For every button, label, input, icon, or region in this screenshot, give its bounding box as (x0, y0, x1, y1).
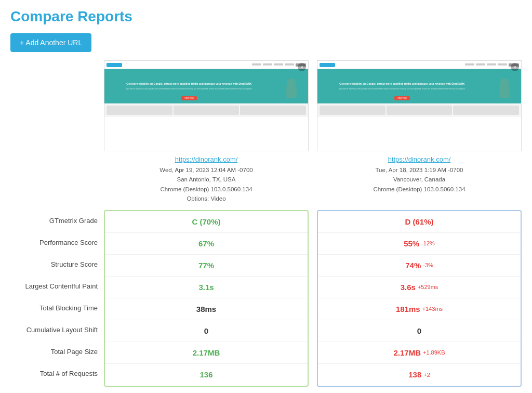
label-performance-score: Performance Score (10, 232, 104, 254)
primary-performance-score: 67% (105, 233, 308, 255)
report-screenshot-secondary: Get more visibility on Google, attract m… (317, 60, 522, 151)
primary-requests: 136 (105, 364, 308, 386)
secondary-grade: D (61%) (318, 211, 521, 233)
label-requests: Total # of Requests (10, 363, 104, 385)
primary-cls: 0 (105, 320, 308, 342)
report-browser-primary: Chrome (Desktop) 103.0.5060.134 (104, 185, 309, 194)
close-report-1-button[interactable]: × (298, 63, 306, 71)
label-cls: Cumulative Layout Shift (10, 319, 104, 341)
primary-grade: C (70%) (105, 211, 308, 233)
secondary-requests: 138+2 (318, 364, 521, 386)
secondary-tbt: 181ms+143ms (318, 298, 521, 320)
report-screenshot-primary: Get more visibility on Google, attract m… (104, 60, 309, 151)
metrics-values-area: C (70%) 67% 77% 3.1s 38ms 0 2.17MB 136 D… (104, 210, 522, 387)
label-structure-score: Structure Score (10, 254, 104, 276)
primary-page-size: 2.17MB (105, 342, 308, 364)
report-browser-secondary: Chrome (Desktop) 103.0.5060.134 (317, 185, 522, 194)
secondary-cls: 0 (318, 320, 521, 342)
report-date-primary: Wed, Apr 19, 2023 12:04 AM -0700 (104, 165, 309, 175)
primary-tbt: 38ms (105, 298, 308, 320)
secondary-page-size: 2.17MB+1.89KB (318, 342, 521, 364)
close-report-2-button[interactable]: × (511, 63, 519, 71)
report-options-primary: Options: Video (104, 194, 309, 203)
report-col-secondary: Get more visibility on Google, attract m… (317, 60, 522, 204)
report-location-secondary: Vancouver, Canada (317, 175, 522, 184)
report-date-secondary: Tue, Apr 18, 2023 1:19 AM -0700 (317, 165, 522, 175)
report-url-primary[interactable]: https://dinorank.com/ (104, 155, 309, 163)
page-title: Compare Reports (10, 8, 522, 25)
metrics-secondary-col: D (61%) 55%-12% 74%-3% 3.6s+529ms 181ms+… (317, 210, 522, 387)
report-url-secondary[interactable]: https://dinorank.com/ (317, 155, 522, 163)
metrics-labels-col: GTmetrix Grade Performance Score Structu… (10, 210, 104, 387)
metrics-primary-col: C (70%) 67% 77% 3.1s 38ms 0 2.17MB 136 (104, 210, 309, 387)
primary-structure-score: 77% (105, 255, 308, 277)
secondary-lcp: 3.6s+529ms (318, 277, 521, 298)
label-gtmetrix-grade: GTmetrix Grade (10, 210, 104, 232)
secondary-performance-score: 55%-12% (318, 233, 521, 255)
report-col-primary: Get more visibility on Google, attract m… (104, 60, 309, 204)
label-tbt: Total Blocking Time (10, 297, 104, 319)
secondary-structure-score: 74%-3% (318, 255, 521, 277)
primary-lcp: 3.1s (105, 277, 308, 298)
label-page-size: Total Page Size (10, 341, 104, 363)
report-location-primary: San Antonio, TX, USA (104, 175, 309, 184)
label-lcp: Largest Contentful Paint (10, 276, 104, 297)
metrics-table: GTmetrix Grade Performance Score Structu… (10, 210, 522, 387)
add-url-button[interactable]: + Add Another URL (10, 33, 91, 52)
